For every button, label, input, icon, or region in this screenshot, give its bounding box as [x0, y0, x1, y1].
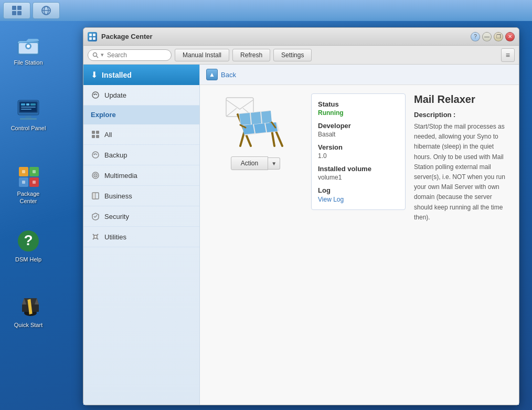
svg-rect-16	[26, 103, 29, 106]
status-label: Status	[318, 100, 399, 108]
sidebar-all[interactable]: All	[83, 124, 199, 145]
desktop-icon-quickstart[interactable]: Quick Start	[7, 294, 49, 329]
svg-rect-27	[33, 170, 36, 173]
toolbar: ▾ Manual Install Refresh Settings ≡	[83, 46, 519, 65]
svg-rect-54	[92, 193, 95, 199]
all-icon	[91, 130, 100, 139]
package-icon	[222, 93, 289, 151]
svg-rect-18	[21, 107, 36, 108]
developer-row: Developer Basalt	[318, 122, 399, 138]
search-input[interactable]	[107, 51, 165, 59]
info-card-column: Status Running Developer Basalt Version …	[311, 93, 406, 396]
sidebar-explore-header[interactable]: Explore	[83, 106, 199, 124]
packagecenter-icon	[16, 163, 41, 188]
controlpanel-label: Control Panel	[11, 124, 46, 132]
taskbar-globe-button[interactable]	[33, 2, 60, 19]
svg-point-44	[92, 92, 99, 98]
package-center-window: Package Center ? — ❐ ✕ ▾ Manual Install …	[83, 27, 519, 405]
desktop-icon-filestation[interactable]: File Station	[7, 31, 49, 66]
svg-rect-39	[93, 34, 95, 36]
sidebar-business[interactable]: Business	[83, 186, 199, 206]
installed-volume-label: Installed volume	[318, 165, 399, 173]
business-icon	[91, 191, 100, 201]
filestation-icon	[16, 31, 41, 57]
utilities-icon	[91, 232, 100, 241]
svg-rect-2	[12, 11, 16, 15]
svg-marker-71	[251, 112, 261, 124]
business-label: Business	[104, 192, 132, 200]
svg-rect-29	[33, 181, 36, 184]
restore-button[interactable]: ❐	[494, 32, 503, 41]
description-column: Mail Relaxer Description : Start/Stop th…	[414, 93, 510, 396]
installed-label: Installed	[102, 71, 132, 79]
installed-volume-value: volume1	[318, 174, 399, 181]
action-button[interactable]: Action	[231, 156, 268, 170]
sidebar-multimedia[interactable]: Multimedia	[83, 165, 199, 186]
action-button-group: Action ▼	[231, 156, 280, 170]
security-label: Security	[104, 213, 129, 220]
settings-button[interactable]: Settings	[273, 49, 312, 61]
back-bar: ▲ Back	[200, 65, 519, 85]
svg-marker-70	[239, 113, 251, 125]
svg-rect-28	[22, 181, 25, 184]
minimize-button[interactable]: —	[482, 32, 492, 41]
svg-rect-38	[89, 34, 92, 36]
window-title-icon	[88, 32, 97, 41]
window-titlebar: Package Center ? — ❐ ✕	[83, 28, 519, 46]
svg-point-42	[93, 52, 97, 56]
backup-label: Backup	[104, 151, 127, 159]
description-text: Start/Stop the mail processes as needed,…	[414, 122, 510, 223]
log-label: Log	[318, 186, 399, 194]
svg-rect-21	[20, 118, 37, 120]
svg-point-52	[95, 175, 96, 176]
window-title: Package Center	[101, 33, 466, 40]
dsmhelp-label: DSM Help	[15, 256, 41, 263]
svg-point-11	[27, 45, 30, 48]
desktop-icon-dsmhelp[interactable]: ? DSM Help	[7, 228, 49, 263]
taskbar-grid-button[interactable]	[3, 2, 30, 19]
svg-rect-47	[92, 135, 95, 138]
help-button[interactable]: ?	[471, 32, 480, 41]
desktop-icon-controlpanel[interactable]: Control Panel	[7, 97, 49, 132]
svg-rect-45	[92, 131, 95, 134]
sidebar: ⬇ Installed Update Explore	[83, 65, 200, 405]
toolbar-menu-button[interactable]: ≡	[501, 48, 515, 62]
multimedia-icon	[91, 171, 100, 180]
info-panel: Status Running Developer Basalt Version …	[311, 93, 510, 396]
svg-marker-72	[261, 111, 272, 123]
svg-rect-0	[12, 6, 16, 10]
search-dropdown[interactable]: ▾	[101, 51, 104, 58]
sidebar-update[interactable]: Update	[83, 85, 199, 106]
desktop-icon-packagecenter[interactable]: PackageCenter	[7, 163, 49, 205]
svg-rect-40	[89, 37, 92, 40]
close-button[interactable]: ✕	[505, 32, 515, 41]
content-area: ⬇ Installed Update Explore	[83, 65, 519, 405]
svg-line-43	[97, 56, 98, 58]
action-dropdown-button[interactable]: ▼	[268, 157, 280, 170]
svg-rect-48	[96, 135, 99, 138]
sidebar-installed[interactable]: ⬇ Installed	[83, 65, 199, 85]
explore-label: Explore	[91, 111, 116, 119]
utilities-label: Utilities	[104, 233, 126, 241]
sidebar-security[interactable]: Security	[83, 206, 199, 227]
back-link[interactable]: Back	[221, 71, 236, 79]
sidebar-backup[interactable]: Backup	[83, 145, 199, 165]
search-box[interactable]: ▾	[88, 49, 172, 61]
svg-rect-20	[25, 116, 31, 118]
packagecenter-label: PackageCenter	[17, 190, 40, 205]
update-icon	[91, 90, 100, 100]
sidebar-utilities[interactable]: Utilities	[83, 227, 199, 247]
log-row: Log View Log	[318, 186, 399, 203]
installed-volume-row: Installed volume volume1	[318, 165, 399, 181]
manual-install-button[interactable]: Manual Install	[175, 49, 229, 61]
package-left-column: Action ▼	[208, 93, 303, 396]
version-label: Version	[318, 143, 399, 151]
view-log-link[interactable]: View Log	[318, 196, 344, 203]
refresh-button[interactable]: Refresh	[232, 49, 270, 61]
installed-download-icon: ⬇	[91, 70, 98, 80]
back-arrow-button[interactable]: ▲	[206, 69, 218, 80]
svg-marker-67	[254, 123, 266, 133]
security-icon	[91, 212, 100, 221]
svg-rect-17	[30, 103, 36, 106]
developer-value: Basalt	[318, 131, 399, 138]
